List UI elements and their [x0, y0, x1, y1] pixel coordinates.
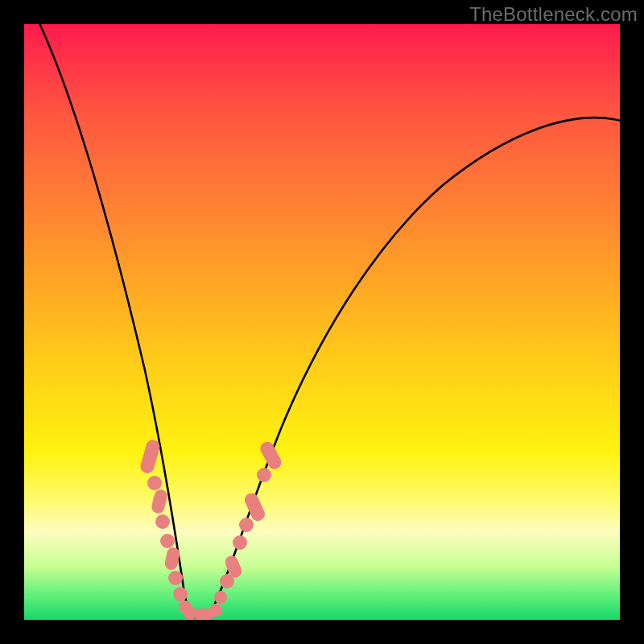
markers-right — [214, 440, 283, 604]
svg-point-1 — [147, 476, 162, 490]
svg-point-3 — [155, 514, 170, 529]
svg-rect-5 — [163, 547, 180, 572]
svg-rect-2 — [151, 489, 169, 515]
svg-point-6 — [168, 571, 183, 585]
svg-point-15 — [233, 535, 247, 550]
plot-area — [24, 24, 620, 620]
svg-point-18 — [257, 468, 271, 482]
svg-rect-19 — [258, 440, 283, 472]
watermark-label: TheBottleneck.com — [469, 3, 638, 26]
svg-point-4 — [160, 534, 175, 548]
bottleneck-curve — [32, 8, 621, 618]
svg-point-7 — [173, 587, 188, 601]
svg-point-12 — [214, 591, 227, 604]
svg-rect-0 — [139, 439, 162, 475]
chart-frame: TheBottleneck.com — [0, 0, 644, 644]
curve-svg — [24, 24, 620, 620]
svg-point-16 — [239, 518, 254, 532]
svg-point-11 — [209, 604, 222, 617]
